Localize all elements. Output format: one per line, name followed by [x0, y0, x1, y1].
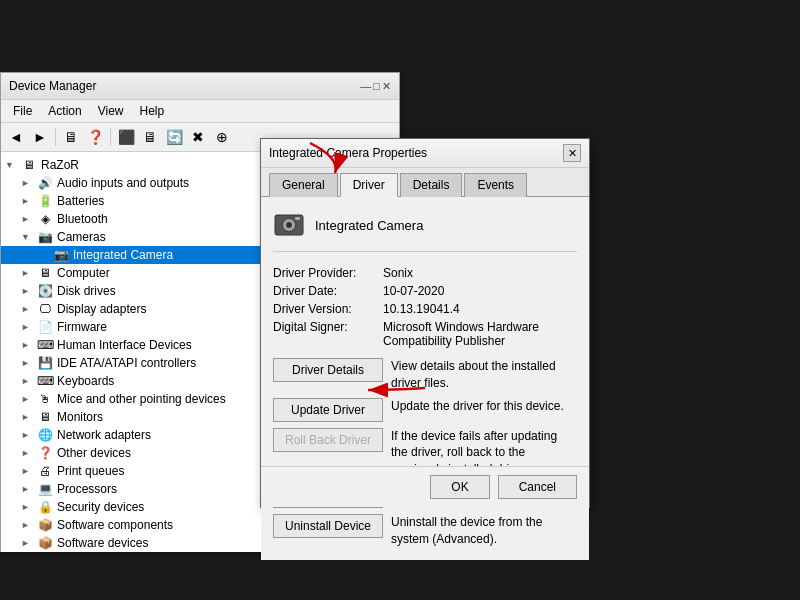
toolbar-forward-btn[interactable]: ► — [29, 126, 51, 148]
item-icon-11: ⌨ — [37, 373, 53, 389]
menu-action[interactable]: Action — [40, 102, 89, 120]
driver-btn-row-1: Update DriverUpdate the driver for this … — [273, 398, 577, 422]
toolbar-help-btn[interactable]: ❓ — [84, 126, 106, 148]
toolbar-device-btn[interactable]: 🖥 — [139, 126, 161, 148]
driver-action-btn-1[interactable]: Update Driver — [273, 398, 383, 422]
dialog-title: Integrated Camera Properties — [269, 146, 427, 160]
window-controls: — □ ✕ — [360, 80, 391, 93]
driver-action-btn-4[interactable]: Uninstall Device — [273, 514, 383, 538]
tab-driver[interactable]: Driver — [340, 173, 398, 197]
menu-view[interactable]: View — [90, 102, 132, 120]
expand-icon-18: ► — [21, 502, 37, 512]
ok-button[interactable]: OK — [430, 475, 489, 499]
item-icon-19: 📦 — [37, 517, 53, 533]
device-icon — [273, 209, 305, 241]
toolbar-refresh-btn[interactable]: 🔄 — [163, 126, 185, 148]
expand-icon-2: ► — [21, 214, 37, 224]
date-value: 10-07-2020 — [383, 284, 444, 298]
item-icon-10: 💾 — [37, 355, 53, 371]
driver-date-row: Driver Date: 10-07-2020 — [273, 284, 577, 298]
version-value: 10.13.19041.4 — [383, 302, 460, 316]
driver-action-btn-2: Roll Back Driver — [273, 428, 383, 452]
device-name-label: Integrated Camera — [315, 218, 423, 233]
device-header: Integrated Camera — [273, 209, 577, 252]
tab-details[interactable]: Details — [400, 173, 463, 197]
item-label-3: Cameras — [57, 230, 106, 244]
driver-desc-0: View details about the installed driver … — [391, 358, 577, 392]
expand-icon-3: ▼ — [21, 232, 37, 242]
item-label-17: Processors — [57, 482, 117, 496]
item-label-18: Security devices — [57, 500, 144, 514]
item-label-8: Firmware — [57, 320, 107, 334]
toolbar-uninstall-btn[interactable]: ✖ — [187, 126, 209, 148]
driver-btn-row-0: Driver DetailsView details about the ins… — [273, 358, 577, 392]
expand-icon-17: ► — [21, 484, 37, 494]
expand-icon-11: ► — [21, 376, 37, 386]
driver-desc-1: Update the driver for this device. — [391, 398, 577, 415]
item-label-5: Computer — [57, 266, 110, 280]
date-label: Driver Date: — [273, 284, 383, 298]
tab-events[interactable]: Events — [464, 173, 527, 197]
item-icon-12: 🖱 — [37, 391, 53, 407]
item-icon-20: 📦 — [37, 535, 53, 551]
driver-btn-row-4: Uninstall DeviceUninstall the device fro… — [273, 514, 577, 548]
item-label-4: Integrated Camera — [73, 248, 173, 262]
expand-icon-1: ► — [21, 196, 37, 206]
item-label-13: Monitors — [57, 410, 103, 424]
maximize-button[interactable]: □ — [373, 80, 380, 93]
item-label-9: Human Interface Devices — [57, 338, 192, 352]
version-label: Driver Version: — [273, 302, 383, 316]
item-label-10: IDE ATA/ATAPI controllers — [57, 356, 196, 370]
expand-icon-0: ► — [21, 178, 37, 188]
toolbar-sep-2 — [110, 128, 111, 146]
provider-value: Sonix — [383, 266, 413, 280]
toolbar-scan-btn[interactable]: ⬛ — [115, 126, 137, 148]
expand-icon-7: ► — [21, 304, 37, 314]
item-icon-14: 🌐 — [37, 427, 53, 443]
dialog-titlebar: Integrated Camera Properties ✕ — [261, 139, 589, 168]
item-icon-18: 🔒 — [37, 499, 53, 515]
properties-dialog: Integrated Camera Properties ✕ General D… — [260, 138, 590, 508]
toolbar-sep-1 — [55, 128, 56, 146]
toolbar-back-btn[interactable]: ◄ — [5, 126, 27, 148]
item-label-1: Batteries — [57, 194, 104, 208]
driver-action-btn-0[interactable]: Driver Details — [273, 358, 383, 382]
item-icon-8: 📄 — [37, 319, 53, 335]
expand-icon-8: ► — [21, 322, 37, 332]
toolbar-properties-btn[interactable]: 🖥 — [60, 126, 82, 148]
item-icon-5: 🖥 — [37, 265, 53, 281]
item-icon-16: 🖨 — [37, 463, 53, 479]
close-button[interactable]: ✕ — [382, 80, 391, 93]
item-icon-3: 📷 — [37, 229, 53, 245]
menu-bar: File Action View Help — [1, 100, 399, 123]
minimize-button[interactable]: — — [360, 80, 371, 93]
driver-buttons: Driver DetailsView details about the ins… — [273, 358, 577, 548]
cancel-button[interactable]: Cancel — [498, 475, 577, 499]
item-icon-0: 🔊 — [37, 175, 53, 191]
provider-label: Driver Provider: — [273, 266, 383, 280]
tab-general[interactable]: General — [269, 173, 338, 197]
item-label-6: Disk drives — [57, 284, 116, 298]
driver-provider-row: Driver Provider: Sonix — [273, 266, 577, 280]
item-label-2: Bluetooth — [57, 212, 108, 226]
expand-icon-10: ► — [21, 358, 37, 368]
item-icon-4: 📷 — [53, 247, 69, 263]
item-label-16: Print queues — [57, 464, 124, 478]
driver-version-row: Driver Version: 10.13.19041.4 — [273, 302, 577, 316]
main-window-title: Device Manager — [9, 79, 96, 93]
expand-icon-16: ► — [21, 466, 37, 476]
expand-icon-12: ► — [21, 394, 37, 404]
main-title-bar: Device Manager — □ ✕ — [1, 73, 399, 100]
item-icon-13: 🖥 — [37, 409, 53, 425]
dialog-close-button[interactable]: ✕ — [563, 144, 581, 162]
menu-help[interactable]: Help — [132, 102, 173, 120]
signer-label: Digital Signer: — [273, 320, 383, 348]
expand-icon-6: ► — [21, 286, 37, 296]
item-icon-2: ◈ — [37, 211, 53, 227]
dialog-footer: OK Cancel — [261, 466, 589, 507]
driver-info-table: Driver Provider: Sonix Driver Date: 10-0… — [273, 266, 577, 348]
camera-icon-svg — [273, 209, 305, 241]
menu-file[interactable]: File — [5, 102, 40, 120]
toolbar-add-btn[interactable]: ⊕ — [211, 126, 233, 148]
root-expand-icon: ▼ — [5, 160, 21, 170]
